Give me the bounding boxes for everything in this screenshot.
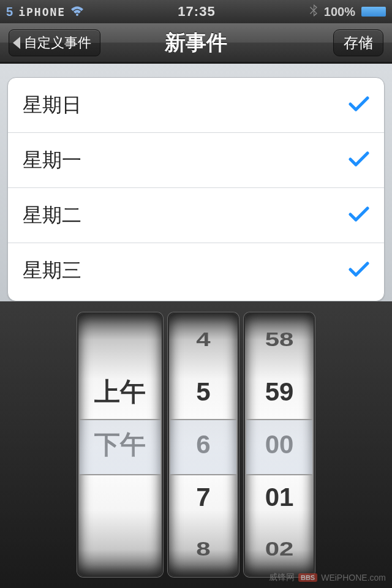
watermark-badge: BBS — [298, 573, 317, 582]
picker-slot: 58 — [245, 320, 314, 360]
battery-icon — [361, 7, 386, 17]
content-area: 星期日 星期一 星期二 星期三 — [0, 64, 392, 301]
check-icon — [349, 96, 369, 115]
time-picker-area: 上午 下午 4 5 6 7 8 58 59 00 01 02 — [0, 301, 392, 588]
back-button[interactable]: 自定义事件 — [9, 29, 100, 56]
back-arrow-icon — [13, 37, 20, 49]
list-item[interactable]: 星期一 — [8, 133, 384, 188]
picker-slot: 59 — [245, 366, 314, 419]
list-item[interactable]: 星期三 — [8, 243, 384, 298]
bluetooth-icon — [309, 4, 318, 20]
day-label: 星期日 — [23, 92, 81, 119]
save-button[interactable]: 存储 — [333, 29, 383, 56]
watermark-domain: WEiPHONE.com — [321, 573, 386, 582]
picker-slot: 02 — [245, 530, 314, 569]
picker-slot: 5 — [169, 366, 238, 419]
picker-slot — [78, 320, 162, 360]
day-label: 星期一 — [23, 147, 81, 174]
list-item[interactable]: 星期日 — [8, 78, 384, 133]
carrier-label: iPHONE — [18, 6, 66, 18]
picker-slot: 01 — [245, 471, 314, 524]
picker-slot: 上午 — [78, 366, 162, 419]
time-picker: 上午 下午 4 5 6 7 8 58 59 00 01 02 — [77, 312, 315, 577]
watermark: 威锋网 BBS WEiPHONE.com — [269, 572, 386, 583]
check-icon — [349, 151, 369, 170]
picker-slot: 4 — [169, 320, 238, 360]
status-bar: 5 iPHONE 17:35 100% — [0, 0, 392, 23]
nav-bar: 自定义事件 新事件 存储 — [0, 23, 392, 64]
list-item[interactable]: 星期二 — [8, 188, 384, 243]
back-button-label: 自定义事件 — [24, 34, 91, 52]
status-right: 100% — [309, 4, 386, 20]
picker-slot — [78, 530, 162, 569]
day-label: 星期三 — [23, 257, 81, 284]
minute-wheel[interactable]: 58 59 00 01 02 — [244, 312, 315, 577]
picker-slot: 7 — [169, 471, 238, 524]
check-icon — [349, 262, 369, 280]
ampm-wheel[interactable]: 上午 下午 — [77, 312, 163, 577]
picker-slot-selected: 下午 — [78, 418, 162, 471]
battery-percent: 100% — [324, 5, 355, 19]
hour-wheel[interactable]: 4 5 6 7 8 — [168, 312, 239, 577]
picker-slot: 8 — [169, 530, 238, 569]
day-label: 星期二 — [23, 202, 81, 229]
day-list[interactable]: 星期日 星期一 星期二 星期三 — [7, 77, 385, 301]
picker-slot-selected: 00 — [245, 418, 314, 471]
watermark-site: 威锋网 — [269, 572, 295, 583]
status-left: 5 iPHONE — [6, 5, 84, 19]
page-title: 新事件 — [165, 29, 227, 57]
check-icon — [349, 206, 369, 225]
save-button-label: 存储 — [344, 33, 373, 53]
signal-icon: 5 — [6, 5, 13, 19]
wifi-icon — [70, 5, 84, 19]
picker-slot-selected: 6 — [169, 418, 238, 471]
status-time: 17:35 — [178, 4, 215, 20]
picker-slot — [78, 471, 162, 524]
